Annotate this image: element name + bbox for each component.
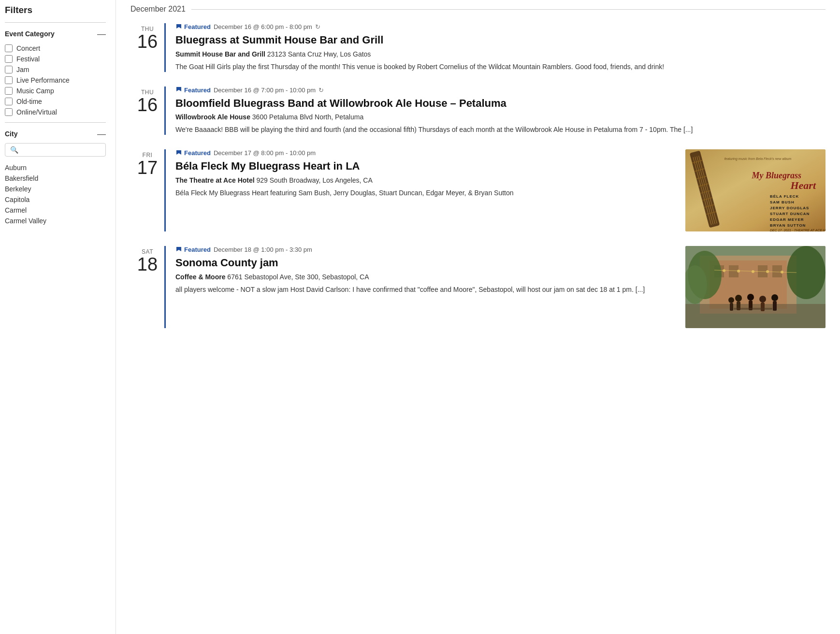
event-group-3: FRI 17 Featured December 17 @ 8:00 pm - … xyxy=(130,149,826,231)
svg-text:SAM BUSH: SAM BUSH xyxy=(770,200,795,204)
category-old-time[interactable]: Old-time xyxy=(5,96,106,107)
svg-point-41 xyxy=(747,294,754,301)
category-live-performance[interactable]: Live Performance xyxy=(5,75,106,86)
event-title-link-2[interactable]: Bloomfield Bluegrass Band at Willowbrook… xyxy=(175,97,507,109)
svg-rect-38 xyxy=(685,304,826,328)
svg-point-43 xyxy=(759,296,766,303)
event-category-label: Event Category xyxy=(5,30,55,38)
event-image-3[interactable]: featuring music from Bela Fleck's new al… xyxy=(685,149,826,231)
svg-text:JERRY DOUGLAS: JERRY DOUGLAS xyxy=(770,206,809,210)
featured-badge-3: Featured xyxy=(175,149,211,157)
venue-address-1: 23123 Santa Cruz Hwy, Los Gatos xyxy=(267,50,371,58)
svg-point-45 xyxy=(771,294,778,301)
city-search-box[interactable]: 🔍 xyxy=(5,143,106,157)
svg-rect-44 xyxy=(761,303,765,311)
svg-point-52 xyxy=(737,270,740,273)
event-title-link-4[interactable]: Sonoma County jam xyxy=(175,257,278,269)
category-online-virtual[interactable]: Online/Virtual xyxy=(5,107,106,117)
svg-point-47 xyxy=(728,297,734,303)
city-berkeley[interactable]: Berkeley xyxy=(5,184,106,194)
day-num-3: 17 xyxy=(130,158,164,177)
svg-point-55 xyxy=(781,271,783,274)
old-time-checkbox[interactable] xyxy=(5,98,13,105)
event-meta-4: Featured December 18 @ 1:00 pm - 3:30 pm xyxy=(175,246,678,253)
svg-text:BÉLA FLECK: BÉLA FLECK xyxy=(770,194,799,199)
music-camp-checkbox[interactable] xyxy=(5,87,13,95)
event-info-3: Featured December 17 @ 8:00 pm - 10:00 p… xyxy=(175,149,678,231)
event-info-4: Featured December 18 @ 1:00 pm - 3:30 pm… xyxy=(175,246,678,328)
flag-icon-1 xyxy=(175,24,182,30)
repeat-icon-2: ↻ xyxy=(319,86,324,94)
live-performance-checkbox[interactable] xyxy=(5,76,13,84)
event-title-link-1[interactable]: Bluegrass at Summit House Bar and Grill xyxy=(175,34,383,46)
event-group-1: THU 16 Featured December 16 @ 6:00 pm - … xyxy=(130,23,826,72)
sonoma-photo xyxy=(685,246,826,328)
venue-name-4: Coffee & Moore xyxy=(175,273,225,281)
event-desc-4: all players welcome - NOT a slow jam Hos… xyxy=(175,285,678,295)
event-info-2: Featured December 16 @ 7:00 pm - 10:00 p… xyxy=(175,86,826,135)
venue-address-2: 3600 Petaluma Blvd North, Petaluma xyxy=(252,113,363,121)
concert-checkbox[interactable] xyxy=(5,44,13,52)
venue-name-3: The Theatre at Ace Hotel xyxy=(175,176,255,184)
venue-address-3: 929 South Broadway, Los Angeles, CA xyxy=(257,176,373,184)
live-performance-label: Live Performance xyxy=(16,76,70,84)
event-card-2: Featured December 16 @ 7:00 pm - 10:00 p… xyxy=(164,86,826,135)
sidebar-title: Filters xyxy=(5,5,106,15)
city-carmel-valley[interactable]: Carmel Valley xyxy=(5,216,106,226)
online-virtual-checkbox[interactable] xyxy=(5,108,13,116)
festival-label: Festival xyxy=(16,55,40,63)
events-list: THU 16 Featured December 16 @ 6:00 pm - … xyxy=(130,23,826,343)
city-auburn[interactable]: Auburn xyxy=(5,162,106,173)
event-datetime-4: December 18 @ 1:00 pm - 3:30 pm xyxy=(214,246,312,253)
day-num-4: 18 xyxy=(130,255,164,274)
featured-badge-1: Featured xyxy=(175,23,211,30)
city-search-input[interactable] xyxy=(21,146,101,154)
event-title-3[interactable]: Béla Fleck My Bluegrass Heart in LA xyxy=(175,159,678,173)
bela-poster: featuring music from Bela Fleck's new al… xyxy=(685,149,826,231)
city-capitola[interactable]: Capitola xyxy=(5,194,106,205)
bela-poster-svg: featuring music from Bela Fleck's new al… xyxy=(685,149,826,231)
event-title-2[interactable]: Bloomfield Bluegrass Band at Willowbrook… xyxy=(175,97,826,111)
sidebar-divider xyxy=(5,22,106,23)
svg-rect-49 xyxy=(734,308,772,310)
event-image-4[interactable] xyxy=(685,246,826,328)
event-meta-1: Featured December 16 @ 6:00 pm - 8:00 pm… xyxy=(175,23,826,30)
city-carmel[interactable]: Carmel xyxy=(5,205,106,216)
event-category-list: Concert Festival Jam Live Performance Mu… xyxy=(5,43,106,117)
event-card-3: Featured December 17 @ 8:00 pm - 10:00 p… xyxy=(164,149,826,231)
event-venue-4: Coffee & Moore 6761 Sebastopol Ave, Ste … xyxy=(175,273,678,281)
search-icon: 🔍 xyxy=(10,146,18,154)
category-music-camp[interactable]: Music Camp xyxy=(5,86,106,96)
category-festival[interactable]: Festival xyxy=(5,54,106,64)
category-concert[interactable]: Concert xyxy=(5,43,106,54)
jam-checkbox[interactable] xyxy=(5,66,13,73)
city-bakersfield[interactable]: Bakersfield xyxy=(5,173,106,184)
svg-text:Heart: Heart xyxy=(790,179,816,191)
svg-marker-27 xyxy=(176,247,181,251)
event-title-link-3[interactable]: Béla Fleck My Bluegrass Heart in LA xyxy=(175,160,360,172)
event-meta-2: Featured December 16 @ 7:00 pm - 10:00 p… xyxy=(175,86,826,94)
city-toggle[interactable]: — xyxy=(97,130,106,138)
month-divider-line xyxy=(191,9,826,10)
event-desc-3: Béla Fleck My Bluegrass Heart featuring … xyxy=(175,188,678,198)
svg-text:My Bluegrass: My Bluegrass xyxy=(751,171,801,180)
event-title-1[interactable]: Bluegrass at Summit House Bar and Grill xyxy=(175,33,826,47)
svg-point-51 xyxy=(723,269,725,272)
event-venue-2: Willowbrook Ale House 3600 Petaluma Blvd… xyxy=(175,113,826,121)
venue-name-2: Willowbrook Ale House xyxy=(175,113,250,121)
city-list: Auburn Bakersfield Berkeley Capitola Car… xyxy=(5,162,106,226)
city-label: City xyxy=(5,130,17,138)
sonoma-photo-svg xyxy=(685,246,826,328)
svg-text:STUART DUNCAN: STUART DUNCAN xyxy=(770,212,810,216)
date-col-4: SAT 18 xyxy=(130,246,164,328)
category-jam[interactable]: Jam xyxy=(5,64,106,75)
svg-rect-46 xyxy=(773,301,777,311)
old-time-label: Old-time xyxy=(16,98,42,105)
svg-rect-48 xyxy=(730,303,733,311)
event-title-4[interactable]: Sonoma County jam xyxy=(175,256,678,270)
event-datetime-1: December 16 @ 6:00 pm - 8:00 pm xyxy=(214,23,312,30)
event-group-2: THU 16 Featured December 16 @ 7:00 pm - … xyxy=(130,86,826,135)
event-info-1: Featured December 16 @ 6:00 pm - 8:00 pm… xyxy=(175,23,826,72)
event-category-toggle[interactable]: — xyxy=(97,29,106,38)
festival-checkbox[interactable] xyxy=(5,55,13,63)
